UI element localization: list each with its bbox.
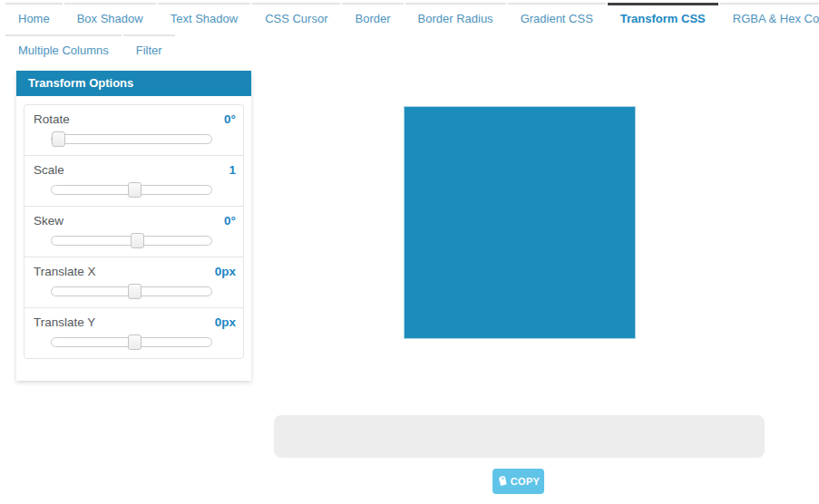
scale-slider-track[interactable] xyxy=(51,185,212,195)
tab-border-radius[interactable]: Border Radius xyxy=(405,3,506,33)
skew-slider-handle[interactable] xyxy=(131,233,144,248)
tab-transform-css[interactable]: Transform CSS xyxy=(608,3,718,33)
copy-button-label: COPY xyxy=(511,476,540,487)
tab-home[interactable]: Home xyxy=(5,3,63,33)
tab-filter[interactable]: Filter xyxy=(123,34,175,64)
translate-y-slider-handle[interactable] xyxy=(128,334,141,350)
control-list: Rotate 0° Scale 1 Skew 0° Translate X 0p… xyxy=(16,96,251,381)
control-label: Translate X xyxy=(34,265,96,278)
control-label: Translate Y xyxy=(34,315,95,329)
tab-rgba-hex-color[interactable]: RGBA & Hex Color xyxy=(720,3,819,33)
rotate-slider-handle[interactable] xyxy=(52,131,65,147)
tab-bar: HomeBox ShadowText ShadowCSS CursorBorde… xyxy=(0,0,819,66)
scale-control: Scale 1 xyxy=(24,155,244,207)
tab-row-2: Multiple ColumnsFilter xyxy=(5,34,819,66)
clipboard-icon xyxy=(497,476,507,487)
translate-x-control: Translate X 0px xyxy=(24,257,244,308)
preview-box xyxy=(404,106,636,339)
translate-y-slider-track[interactable] xyxy=(51,337,212,347)
translate-x-slider-handle[interactable] xyxy=(128,284,141,299)
transform-options-panel: Transform Options Rotate 0° Scale 1 Skew… xyxy=(16,71,251,381)
control-label: Rotate xyxy=(34,112,70,126)
tab-border[interactable]: Border xyxy=(342,3,403,33)
skew-control: Skew 0° xyxy=(24,206,244,257)
control-value: 0° xyxy=(224,112,236,126)
copy-button[interactable]: COPY xyxy=(492,469,544,494)
tab-gradient-css[interactable]: Gradient CSS xyxy=(508,3,606,33)
translate-x-slider-track[interactable] xyxy=(51,286,212,296)
control-value: 0px xyxy=(215,315,236,329)
tab-text-shadow[interactable]: Text Shadow xyxy=(158,3,250,33)
tab-multiple-columns[interactable]: Multiple Columns xyxy=(5,34,122,64)
rotate-slider-track[interactable] xyxy=(51,134,212,144)
control-label: Scale xyxy=(34,163,64,177)
panel-title: Transform Options xyxy=(16,71,251,96)
control-value: 0px xyxy=(215,265,236,278)
css-output-textarea[interactable] xyxy=(274,415,765,458)
translate-y-control: Translate Y 0px xyxy=(24,307,244,359)
tab-css-cursor[interactable]: CSS Cursor xyxy=(252,3,340,33)
skew-slider-track[interactable] xyxy=(51,236,212,246)
control-label: Skew xyxy=(34,214,63,228)
tab-box-shadow[interactable]: Box Shadow xyxy=(64,3,156,33)
rotate-control: Rotate 0° xyxy=(24,104,244,156)
control-value: 1 xyxy=(229,163,236,177)
control-value: 0° xyxy=(224,214,236,228)
scale-slider-handle[interactable] xyxy=(128,182,141,198)
tab-row-1: HomeBox ShadowText ShadowCSS CursorBorde… xyxy=(5,3,819,34)
page: HomeBox ShadowText ShadowCSS CursorBorde… xyxy=(0,0,819,504)
